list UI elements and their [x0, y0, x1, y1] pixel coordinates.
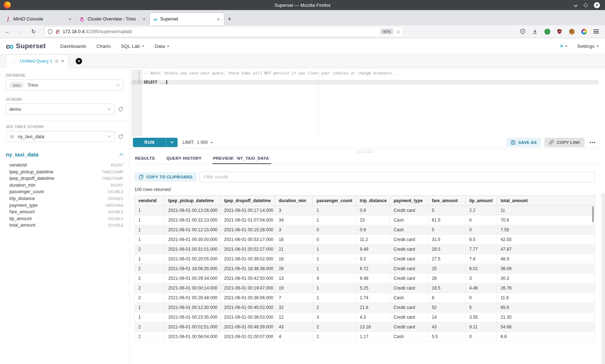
- cell: 26.76: [497, 283, 595, 293]
- column-header[interactable]: total_amount: [497, 196, 595, 206]
- refresh-table-icon[interactable]: [118, 134, 124, 140]
- browser-tab-trino[interactable]: Cluster Overview - Trino ×: [76, 13, 150, 25]
- column-header[interactable]: payment_type: [390, 196, 428, 206]
- limit-dropdown[interactable]: LIMIT: 1 000: [183, 140, 213, 145]
- column-header[interactable]: tip_amount: [466, 196, 497, 206]
- table-row: 12021-06-01 00:13:26.0002021-06-01 00:17…: [135, 206, 595, 215]
- cell: 1: [135, 225, 165, 235]
- column-header[interactable]: trip_distance: [356, 196, 390, 206]
- filter-results-input[interactable]: [200, 172, 595, 182]
- tab-results[interactable]: RESULTS: [134, 156, 156, 164]
- cell: 18: [275, 235, 313, 245]
- cell: 2021-06-01 00:20:05.000: [165, 254, 220, 264]
- cell: 43: [275, 322, 313, 332]
- bookmark-star-icon[interactable]: ☆: [396, 29, 400, 35]
- insecure-lock-icon[interactable]: [55, 29, 60, 34]
- tab-query-history[interactable]: QUERY HISTORY: [166, 156, 202, 164]
- forward-icon[interactable]: →: [17, 28, 24, 35]
- cell: 0: [466, 225, 497, 235]
- copy-to-clipboard-button[interactable]: COPY TO CLIPBOARD: [134, 172, 197, 182]
- cell: Credit card: [390, 245, 428, 254]
- chevron-down-icon: [565, 46, 568, 47]
- refresh-schema-icon[interactable]: [118, 106, 124, 112]
- cookie-extension-icon[interactable]: [569, 28, 575, 35]
- chevron-down-icon: [107, 135, 111, 138]
- reload-icon[interactable]: ↻: [30, 28, 37, 35]
- nav-item-dashboards[interactable]: Dashboards: [60, 44, 86, 49]
- sql-comment: -- Note: Unless you save your query, the…: [144, 71, 394, 75]
- cell: 47.87: [497, 245, 595, 254]
- downloads-icon[interactable]: [532, 28, 538, 35]
- column-header[interactable]: duration_min: [275, 196, 313, 206]
- privacy-shield-icon[interactable]: [520, 28, 526, 35]
- save-as-button[interactable]: SAVE AS: [506, 138, 541, 147]
- schema-label: SCHEMA: [6, 97, 124, 101]
- column-header[interactable]: tpep_dropoff_datetime: [220, 196, 275, 206]
- ublock-icon[interactable]: uB: [556, 28, 563, 35]
- table-scrollbar-thumb[interactable]: [592, 206, 594, 222]
- cell: 2021-06-01 01:00:07.000: [220, 332, 275, 342]
- save-icon: [511, 140, 516, 145]
- schema-select[interactable]: demo: [6, 104, 115, 115]
- new-item-button[interactable]: +: [560, 42, 568, 50]
- cell: 2021-06-01 00:42:50.000: [220, 274, 275, 283]
- tab-close-icon[interactable]: ×: [68, 17, 72, 22]
- column-type: DOUBLE: [108, 197, 124, 201]
- column-header[interactable]: passenger_count: [313, 196, 356, 206]
- table-schema-title[interactable]: ny_taxi_data: [6, 151, 119, 158]
- window-minimize-icon[interactable]: [574, 3, 578, 7]
- cell: 32: [275, 303, 313, 313]
- run-options-caret[interactable]: [166, 138, 178, 147]
- sql-editor[interactable]: 1 2 3 -- Note: Unless you save your quer…: [131, 69, 599, 136]
- browser-tab-superset[interactable]: ∞ Superset ×: [150, 13, 224, 25]
- tab-close-icon[interactable]: ×: [142, 17, 146, 22]
- column-header[interactable]: tpep_pickup_datetime: [165, 196, 220, 206]
- page-scrollbar-track[interactable]: [601, 194, 605, 364]
- column-header[interactable]: vendorid: [135, 196, 165, 206]
- svg-text:uB: uB: [558, 30, 561, 33]
- add-query-tab-button[interactable]: +: [76, 58, 82, 64]
- window-close-icon[interactable]: ×: [594, 2, 600, 8]
- column-header[interactable]: fare_amount: [428, 196, 466, 206]
- nav-item-sql-lab[interactable]: SQL Lab: [121, 44, 145, 49]
- limit-label: LIMIT:: [183, 140, 194, 145]
- editor-pane: 1 2 3 -- Note: Unless you save your quer…: [130, 68, 605, 364]
- query-tab-untitled-1[interactable]: ⋮⋮ Untitled Query 1 ×: [6, 54, 68, 68]
- cell: 11.2: [356, 235, 390, 245]
- pane-resize-handle[interactable]: [357, 150, 373, 154]
- query-tab-close-icon[interactable]: ×: [61, 59, 64, 64]
- cell: 7.77: [466, 245, 497, 254]
- zoom-level-badge[interactable]: 90%: [380, 28, 393, 35]
- settings-menu[interactable]: Settings: [577, 44, 599, 49]
- results-header-row: vendoridtpep_pickup_datetimetpep_dropoff…: [135, 196, 595, 206]
- nav-item-data[interactable]: Data: [154, 44, 170, 49]
- run-button[interactable]: RUN: [133, 138, 178, 147]
- cell: 2021-06-01 00:29:34.000: [165, 274, 220, 283]
- table-select[interactable]: ny_taxi_data: [6, 131, 115, 142]
- superset-logo[interactable]: ∞ Superset: [6, 41, 46, 52]
- cell: 1: [135, 235, 165, 245]
- window-maximize-icon[interactable]: [583, 3, 588, 8]
- url-bar[interactable]: 172.18.0.4:32295/superset/sqllab/ 90% ☆: [45, 27, 403, 37]
- shield-icon[interactable]: [48, 29, 53, 34]
- cell: 19: [275, 283, 313, 293]
- more-options-button[interactable]: •••: [588, 140, 597, 145]
- editor-code-area[interactable]: -- Note: Unless you save your query, the…: [142, 69, 599, 136]
- nav-item-charts[interactable]: Charts: [97, 44, 111, 49]
- tab-preview-ny-taxi-data[interactable]: PREVIEW: `NY_TAXI_DATA`: [212, 156, 271, 164]
- line-number: 3: [131, 80, 142, 85]
- menu-hamburger-icon[interactable]: [593, 28, 599, 35]
- extension-green-icon[interactable]: [544, 28, 550, 35]
- database-select[interactable]: trino Trino: [6, 79, 124, 91]
- copy-link-button[interactable]: COPY LINK: [544, 138, 584, 147]
- drag-handle-icon[interactable]: ⋮⋮: [10, 59, 17, 63]
- back-icon[interactable]: ←: [4, 28, 12, 35]
- new-tab-button[interactable]: +: [224, 15, 235, 25]
- plus-icon: +: [560, 42, 563, 50]
- browser-tab-minio[interactable]: MinIO Console ×: [1, 13, 76, 25]
- chevron-up-icon[interactable]: [119, 153, 124, 156]
- colorful-extension-icon[interactable]: [581, 28, 587, 35]
- cell: 1.17: [356, 332, 390, 342]
- tab-close-icon[interactable]: ×: [216, 17, 220, 22]
- cell: 46.9: [497, 254, 595, 264]
